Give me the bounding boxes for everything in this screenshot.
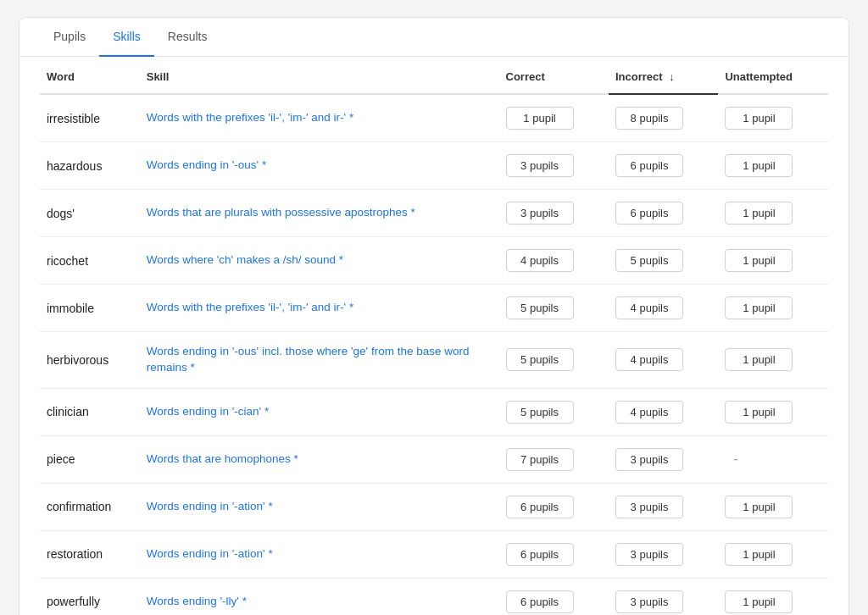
cell-unattempted: 1 pupil bbox=[718, 94, 828, 142]
incorrect-pill: 6 pupils bbox=[615, 202, 683, 224]
col-incorrect[interactable]: Incorrect ↓ bbox=[609, 57, 718, 94]
table-row: immobileWords with the prefixes 'il-', '… bbox=[40, 285, 828, 332]
correct-pill: 5 pupils bbox=[506, 348, 574, 371]
cell-word: hazardous bbox=[40, 142, 140, 190]
cell-correct: 6 pupils bbox=[499, 578, 609, 615]
cell-incorrect: 6 pupils bbox=[609, 142, 718, 190]
cell-skill[interactable]: Words ending '-lly' * bbox=[140, 578, 499, 615]
cell-incorrect: 4 pupils bbox=[609, 332, 718, 389]
tab-pupils[interactable]: Pupils bbox=[40, 18, 99, 57]
table-row: irresistibleWords with the prefixes 'il-… bbox=[40, 94, 828, 142]
cell-word: clinician bbox=[40, 388, 140, 435]
cell-unattempted: 1 pupil bbox=[718, 190, 828, 237]
cell-incorrect: 3 pupils bbox=[609, 435, 718, 483]
unattempted-pill: 1 pupil bbox=[725, 154, 793, 177]
cell-skill[interactable]: Words where 'ch' makes a /sh/ sound * bbox=[140, 237, 499, 285]
correct-pill: 6 pupils bbox=[506, 496, 574, 518]
table-row: confirmationWords ending in '-ation' *6 … bbox=[40, 483, 828, 530]
correct-pill: 1 pupil bbox=[506, 107, 574, 130]
cell-skill[interactable]: Words ending in '-ous' incl. those where… bbox=[140, 332, 499, 389]
cell-correct: 3 pupils bbox=[499, 190, 609, 237]
cell-incorrect: 6 pupils bbox=[609, 190, 718, 237]
cell-word: immobile bbox=[40, 285, 140, 332]
incorrect-pill: 3 pupils bbox=[615, 496, 683, 518]
cell-word: confirmation bbox=[40, 483, 140, 530]
table-row: hazardousWords ending in '-ous' *3 pupil… bbox=[40, 142, 828, 190]
unattempted-pill: 1 pupil bbox=[725, 348, 793, 371]
table-row: dogs'Words that are plurals with possess… bbox=[40, 190, 828, 237]
cell-correct: 5 pupils bbox=[499, 285, 609, 332]
cell-unattempted: 1 pupil bbox=[718, 578, 828, 615]
correct-pill: 7 pupils bbox=[506, 448, 574, 471]
cell-correct: 3 pupils bbox=[499, 142, 609, 190]
correct-pill: 6 pupils bbox=[506, 543, 574, 566]
correct-pill: 3 pupils bbox=[506, 154, 574, 177]
correct-pill: 5 pupils bbox=[506, 401, 574, 424]
cell-unattempted: 1 pupil bbox=[718, 237, 828, 285]
col-skill: Skill bbox=[140, 57, 499, 94]
unattempted-dash: - bbox=[725, 452, 737, 466]
cell-word: herbivorous bbox=[40, 332, 140, 389]
cell-correct: 5 pupils bbox=[499, 388, 609, 435]
unattempted-pill: 1 pupil bbox=[725, 401, 793, 424]
cell-correct: 1 pupil bbox=[499, 94, 609, 142]
cell-unattempted: 1 pupil bbox=[718, 530, 828, 578]
table-row: clinicianWords ending in '-cian' *5 pupi… bbox=[40, 388, 828, 435]
incorrect-pill: 4 pupils bbox=[615, 401, 683, 424]
cell-skill[interactable]: Words that are homophones * bbox=[140, 435, 499, 483]
correct-pill: 6 pupils bbox=[506, 590, 574, 613]
incorrect-pill: 3 pupils bbox=[615, 543, 683, 566]
cell-unattempted: 1 pupil bbox=[718, 388, 828, 435]
cell-unattempted: - bbox=[718, 435, 828, 483]
tab-skills[interactable]: Skills bbox=[99, 18, 154, 57]
sort-arrow-icon: ↓ bbox=[669, 70, 675, 83]
cell-word: ricochet bbox=[40, 237, 140, 285]
cell-word: piece bbox=[40, 435, 140, 483]
cell-incorrect: 4 pupils bbox=[609, 388, 718, 435]
cell-skill[interactable]: Words ending in '-ous' * bbox=[140, 142, 499, 190]
incorrect-pill: 4 pupils bbox=[615, 348, 683, 371]
cell-skill[interactable]: Words ending in '-ation' * bbox=[140, 530, 499, 578]
cell-skill[interactable]: Words ending in '-ation' * bbox=[140, 483, 499, 530]
cell-skill[interactable]: Words with the prefixes 'il-', 'im-' and… bbox=[140, 94, 499, 142]
unattempted-pill: 1 pupil bbox=[725, 202, 793, 224]
cell-word: powerfully bbox=[40, 578, 140, 615]
unattempted-pill: 1 pupil bbox=[725, 590, 793, 613]
cell-skill[interactable]: Words ending in '-cian' * bbox=[140, 388, 499, 435]
cell-unattempted: 1 pupil bbox=[718, 483, 828, 530]
cell-incorrect: 3 pupils bbox=[609, 530, 718, 578]
correct-pill: 4 pupils bbox=[506, 249, 574, 272]
main-container: Pupils Skills Results Word Skill Correct… bbox=[19, 17, 849, 615]
table-row: powerfullyWords ending '-lly' *6 pupils3… bbox=[40, 578, 828, 615]
table-row: restorationWords ending in '-ation' *6 p… bbox=[40, 530, 828, 578]
cell-incorrect: 3 pupils bbox=[609, 578, 718, 615]
cell-word: dogs' bbox=[40, 190, 140, 237]
table-header-row: Word Skill Correct Incorrect ↓ Unattempt… bbox=[40, 57, 828, 94]
cell-correct: 5 pupils bbox=[499, 332, 609, 389]
incorrect-pill: 6 pupils bbox=[615, 154, 683, 177]
col-correct: Correct bbox=[499, 57, 609, 94]
table-row: herbivorousWords ending in '-ous' incl. … bbox=[40, 332, 828, 389]
cell-word: irresistible bbox=[40, 94, 140, 142]
correct-pill: 3 pupils bbox=[506, 202, 574, 224]
cell-correct: 6 pupils bbox=[499, 483, 609, 530]
cell-correct: 7 pupils bbox=[499, 435, 609, 483]
unattempted-pill: 1 pupil bbox=[725, 249, 793, 272]
skills-table: Word Skill Correct Incorrect ↓ Unattempt… bbox=[40, 57, 828, 615]
incorrect-pill: 8 pupils bbox=[615, 107, 683, 130]
cell-skill[interactable]: Words that are plurals with possessive a… bbox=[140, 190, 499, 237]
cell-skill[interactable]: Words with the prefixes 'il-', 'im-' and… bbox=[140, 285, 499, 332]
incorrect-pill: 4 pupils bbox=[615, 296, 683, 319]
unattempted-pill: 1 pupil bbox=[725, 296, 793, 319]
table-wrapper: Word Skill Correct Incorrect ↓ Unattempt… bbox=[19, 57, 849, 615]
cell-correct: 6 pupils bbox=[499, 530, 609, 578]
unattempted-pill: 1 pupil bbox=[725, 543, 793, 566]
col-word: Word bbox=[40, 57, 140, 94]
unattempted-pill: 1 pupil bbox=[725, 107, 793, 130]
cell-word: restoration bbox=[40, 530, 140, 578]
unattempted-pill: 1 pupil bbox=[725, 496, 793, 518]
cell-incorrect: 5 pupils bbox=[609, 237, 718, 285]
tab-results[interactable]: Results bbox=[154, 18, 221, 57]
cell-unattempted: 1 pupil bbox=[718, 332, 828, 389]
incorrect-pill: 3 pupils bbox=[615, 448, 683, 471]
